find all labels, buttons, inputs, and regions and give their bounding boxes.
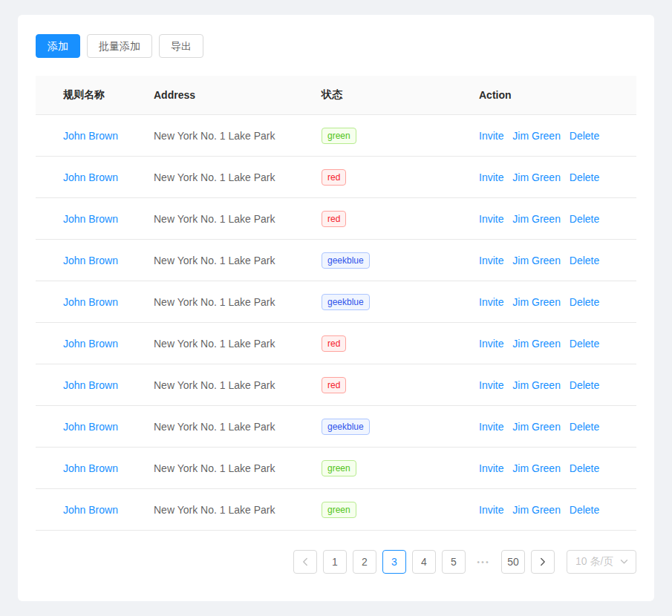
- pagination-page-last[interactable]: 50: [501, 550, 525, 574]
- invite-link[interactable]: Invite: [479, 130, 503, 142]
- rule-name-link[interactable]: John Brown: [63, 296, 118, 308]
- pagination-prev-button[interactable]: [293, 550, 317, 574]
- address-text: New York No. 1 Lake Park: [154, 213, 275, 225]
- invite-link[interactable]: Invite: [479, 421, 503, 433]
- column-header-rule-name: 规则名称: [36, 88, 142, 102]
- rule-name-link[interactable]: John Brown: [63, 421, 118, 433]
- invite-link[interactable]: Invite: [479, 462, 503, 474]
- chevron-right-icon: [539, 557, 547, 566]
- rule-name-link[interactable]: John Brown: [63, 338, 118, 350]
- pagination-page-5[interactable]: 5: [442, 550, 466, 574]
- add-button[interactable]: 添加: [36, 34, 80, 58]
- status-tag: red: [322, 211, 346, 227]
- rule-name-link[interactable]: John Brown: [63, 255, 118, 266]
- invite-link[interactable]: Invite: [479, 379, 503, 391]
- table-row: John Brown New York No. 1 Lake Park geek…: [36, 406, 636, 448]
- chevron-left-icon: [301, 557, 309, 566]
- jim-green-link[interactable]: Jim Green: [512, 421, 561, 433]
- jim-green-link[interactable]: Jim Green: [512, 338, 561, 350]
- invite-link[interactable]: Invite: [479, 255, 503, 266]
- table-card: 添加 批量添加 导出 规则名称 Address 状态 Action John B…: [18, 15, 654, 601]
- delete-link[interactable]: Delete: [570, 379, 599, 391]
- address-text: New York No. 1 Lake Park: [154, 379, 275, 391]
- pagination: 12345 ••• 50 10 条/页: [36, 550, 636, 574]
- invite-link[interactable]: Invite: [479, 504, 503, 516]
- pagination-page-4[interactable]: 4: [412, 550, 436, 574]
- invite-link[interactable]: Invite: [479, 296, 503, 308]
- delete-link[interactable]: Delete: [570, 504, 599, 516]
- address-text: New York No. 1 Lake Park: [154, 255, 275, 266]
- table-body: John Brown New York No. 1 Lake Park gree…: [36, 115, 636, 531]
- jim-green-link[interactable]: Jim Green: [512, 379, 561, 391]
- rule-name-link[interactable]: John Brown: [63, 462, 118, 474]
- invite-link[interactable]: Invite: [479, 338, 503, 350]
- status-tag: geekblue: [322, 252, 370, 269]
- rule-name-link[interactable]: John Brown: [63, 379, 118, 391]
- table-row: John Brown New York No. 1 Lake Park geek…: [36, 240, 636, 281]
- column-header-action: Action: [467, 89, 636, 101]
- pagination-page-3[interactable]: 3: [382, 550, 406, 574]
- table-row: John Brown New York No. 1 Lake Park gree…: [36, 448, 636, 489]
- column-header-status: 状态: [310, 88, 467, 102]
- invite-link[interactable]: Invite: [479, 171, 503, 183]
- address-text: New York No. 1 Lake Park: [154, 462, 275, 474]
- pagination-page-2[interactable]: 2: [353, 550, 376, 574]
- rules-table: 规则名称 Address 状态 Action John Brown New Yo…: [36, 76, 636, 531]
- pagination-pages: 12345: [317, 550, 466, 574]
- delete-link[interactable]: Delete: [570, 421, 599, 433]
- rule-name-link[interactable]: John Brown: [63, 213, 118, 225]
- rule-name-link[interactable]: John Brown: [63, 130, 118, 142]
- toolbar: 添加 批量添加 导出: [36, 34, 636, 58]
- delete-link[interactable]: Delete: [570, 130, 599, 142]
- export-button[interactable]: 导出: [159, 34, 203, 58]
- jim-green-link[interactable]: Jim Green: [512, 130, 561, 142]
- pagination-ellipsis[interactable]: •••: [472, 550, 495, 574]
- status-tag: red: [322, 335, 346, 352]
- delete-link[interactable]: Delete: [570, 213, 599, 225]
- rule-name-link[interactable]: John Brown: [63, 504, 118, 516]
- table-row: John Brown New York No. 1 Lake Park red …: [36, 323, 636, 364]
- address-text: New York No. 1 Lake Park: [154, 296, 275, 308]
- jim-green-link[interactable]: Jim Green: [512, 171, 561, 183]
- table-row: John Brown New York No. 1 Lake Park geek…: [36, 281, 636, 323]
- page-size-select[interactable]: 10 条/页: [567, 550, 636, 574]
- status-tag: green: [322, 128, 356, 144]
- table-row: John Brown New York No. 1 Lake Park red …: [36, 364, 636, 406]
- status-tag: green: [322, 502, 356, 518]
- rule-name-link[interactable]: John Brown: [63, 171, 118, 183]
- address-text: New York No. 1 Lake Park: [154, 171, 275, 183]
- column-header-address: Address: [142, 89, 310, 101]
- status-tag: geekblue: [322, 419, 370, 435]
- jim-green-link[interactable]: Jim Green: [512, 213, 561, 225]
- pagination-page-1[interactable]: 1: [323, 550, 347, 574]
- table-row: John Brown New York No. 1 Lake Park red …: [36, 198, 636, 240]
- chevron-down-icon: [620, 559, 628, 565]
- table-header-row: 规则名称 Address 状态 Action: [36, 76, 636, 115]
- status-tag: red: [322, 169, 346, 186]
- invite-link[interactable]: Invite: [479, 213, 503, 225]
- batch-add-button[interactable]: 批量添加: [87, 34, 152, 58]
- address-text: New York No. 1 Lake Park: [154, 130, 275, 142]
- jim-green-link[interactable]: Jim Green: [512, 296, 561, 308]
- status-tag: green: [322, 460, 356, 476]
- address-text: New York No. 1 Lake Park: [154, 504, 275, 516]
- delete-link[interactable]: Delete: [570, 462, 599, 474]
- jim-green-link[interactable]: Jim Green: [512, 504, 561, 516]
- table-row: John Brown New York No. 1 Lake Park red …: [36, 157, 636, 198]
- address-text: New York No. 1 Lake Park: [154, 338, 275, 350]
- table-row: John Brown New York No. 1 Lake Park gree…: [36, 115, 636, 157]
- page-size-value: 10 条/页: [575, 555, 613, 569]
- jim-green-link[interactable]: Jim Green: [512, 462, 561, 474]
- jim-green-link[interactable]: Jim Green: [512, 255, 561, 266]
- status-tag: geekblue: [322, 294, 370, 310]
- delete-link[interactable]: Delete: [570, 296, 599, 308]
- pagination-next-button[interactable]: [531, 550, 555, 574]
- delete-link[interactable]: Delete: [570, 171, 599, 183]
- status-tag: red: [322, 377, 346, 393]
- table-row: John Brown New York No. 1 Lake Park gree…: [36, 489, 636, 531]
- delete-link[interactable]: Delete: [570, 255, 599, 266]
- address-text: New York No. 1 Lake Park: [154, 421, 275, 433]
- delete-link[interactable]: Delete: [570, 338, 599, 350]
